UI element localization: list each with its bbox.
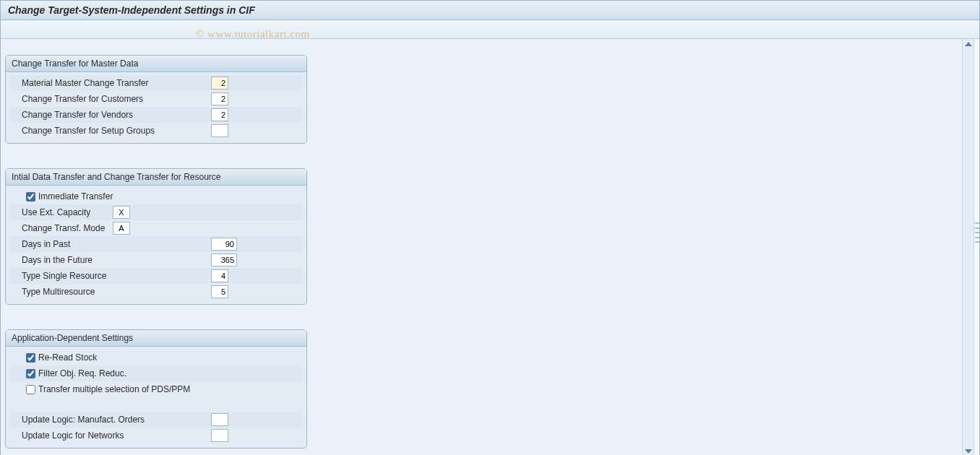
field-row: Days in Past <box>10 236 302 252</box>
scroll-down-icon[interactable] <box>965 449 972 454</box>
field-row: Change Transf. Mode <box>10 220 302 236</box>
material-master-change-transfer-input[interactable] <box>211 77 228 90</box>
re-read-stock-checkbox[interactable] <box>26 353 35 363</box>
grip-icon <box>975 222 979 243</box>
field-row: Material Master Change Transfer <box>10 75 302 91</box>
days-in-past-input[interactable] <box>211 238 237 251</box>
field-row: Change Transfer for Vendors <box>10 107 302 123</box>
checkbox-label: Re-Read Stock <box>38 352 97 363</box>
update-logic-networks-input[interactable] <box>211 429 228 442</box>
use-ext-capacity-input[interactable] <box>113 206 130 219</box>
transfer-multiple-pds-ppm-checkbox[interactable] <box>26 385 35 394</box>
content-wrapper: Change Transfer for Master Data Material… <box>1 39 979 455</box>
scroll-up-icon[interactable] <box>965 42 972 46</box>
field-row: Re-Read Stock <box>10 350 302 365</box>
field-label: Change Transfer for Customers <box>10 94 211 104</box>
group-application-dependent-settings: Application-Dependent Settings Re-Read S… <box>5 329 307 448</box>
field-row: Transfer multiple selection of PDS/PPM <box>10 381 302 397</box>
group-body: Material Master Change Transfer Change T… <box>6 72 306 143</box>
field-row: Change Transfer for Customers <box>10 91 302 107</box>
checkbox-label: Immediate Transfer <box>38 191 113 202</box>
application-toolbar <box>1 20 979 39</box>
field-row: Update Logic for Networks <box>10 428 302 443</box>
field-label: Change Transf. Mode <box>10 223 113 233</box>
group-body: Re-Read Stock Filter Obj. Req. Reduc. Tr… <box>6 347 306 448</box>
days-in-future-input[interactable] <box>211 254 237 266</box>
field-row: Type Multiresource <box>10 284 302 300</box>
spacer <box>10 397 302 412</box>
group-header: Application-Dependent Settings <box>6 330 306 347</box>
field-label: Use Ext. Capacity <box>10 207 113 217</box>
field-row: Change Transfer for Setup Groups <box>10 123 302 139</box>
change-transfer-vendors-input[interactable] <box>211 108 228 121</box>
field-row: Type Single Resource <box>10 268 302 284</box>
immediate-transfer-checkbox[interactable] <box>26 192 35 202</box>
filter-obj-req-reduc-checkbox[interactable] <box>26 369 35 378</box>
field-label: Update Logic: Manufact. Orders <box>10 415 211 425</box>
resize-handle[interactable] <box>973 39 979 455</box>
field-row: Use Ext. Capacity <box>10 204 302 220</box>
field-label: Change Transfer for Setup Groups <box>10 126 211 136</box>
page-title: Change Target-System-Independent Setting… <box>1 1 979 20</box>
type-single-resource-input[interactable] <box>211 269 228 282</box>
group-change-transfer-master-data: Change Transfer for Master Data Material… <box>5 55 307 144</box>
field-label: Days in the Future <box>10 255 211 265</box>
field-label: Days in Past <box>10 239 211 249</box>
field-label: Material Master Change Transfer <box>10 78 211 88</box>
group-header: Change Transfer for Master Data <box>6 56 306 72</box>
field-row: Update Logic: Manufact. Orders <box>10 412 302 428</box>
change-transfer-setup-groups-input[interactable] <box>211 124 228 137</box>
vertical-scrollbar[interactable] <box>962 39 973 455</box>
change-transf-mode-input[interactable] <box>113 222 130 235</box>
group-initial-data-transfer-resource: Intial Data Transfer and Change Transfer… <box>5 168 307 305</box>
change-transfer-customers-input[interactable] <box>211 92 228 105</box>
field-label: Type Multiresource <box>10 287 211 297</box>
field-label: Type Single Resource <box>10 271 211 281</box>
field-row: Days in the Future <box>10 252 302 268</box>
type-multiresource-input[interactable] <box>211 285 228 298</box>
checkbox-label: Transfer multiple selection of PDS/PPM <box>38 384 190 394</box>
field-row: Filter Obj. Req. Reduc. <box>10 365 302 381</box>
field-label: Change Transfer for Vendors <box>10 110 211 120</box>
content-area: Change Transfer for Master Data Material… <box>1 39 962 455</box>
group-header: Intial Data Transfer and Change Transfer… <box>6 169 306 186</box>
sap-window: Change Target-System-Independent Setting… <box>0 0 980 455</box>
field-row: Immediate Transfer <box>10 188 302 204</box>
group-body: Immediate Transfer Use Ext. Capacity Cha… <box>6 186 306 304</box>
update-logic-manufact-orders-input[interactable] <box>211 413 228 426</box>
checkbox-label: Filter Obj. Req. Reduc. <box>38 368 126 378</box>
field-label: Update Logic for Networks <box>10 430 211 441</box>
